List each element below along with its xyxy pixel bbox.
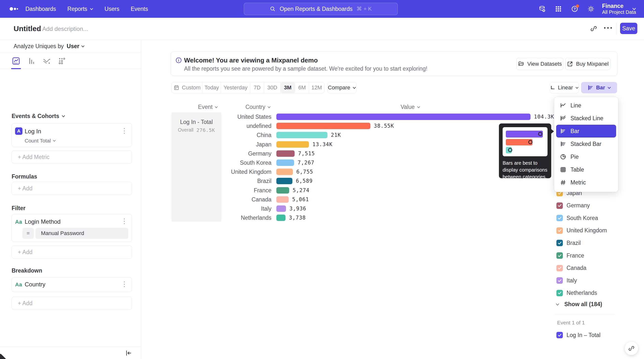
show-all-toggle[interactable]: Show all (184) xyxy=(556,301,602,308)
analyze-entity-dropdown[interactable]: User xyxy=(66,43,85,50)
filter-operator[interactable]: = xyxy=(22,228,34,239)
country-label: United States xyxy=(173,113,272,120)
bar-united-states[interactable] xyxy=(276,114,530,120)
global-search-input[interactable]: Open Reports & Dashboards ⌘ + K xyxy=(244,3,398,15)
filter-card[interactable]: Aa Login Method ⋮ = Manual Password xyxy=(12,214,132,242)
breakdown-property-name[interactable]: Country xyxy=(25,281,46,288)
bar-china[interactable] xyxy=(276,132,328,138)
bar-canada[interactable] xyxy=(276,196,289,203)
more-options-button[interactable] xyxy=(604,27,612,29)
legend-item-brazil[interactable]: Brazil xyxy=(556,238,630,247)
checkbox-checked[interactable] xyxy=(556,215,563,221)
menu-item-line[interactable]: Line xyxy=(556,99,616,112)
checkbox-checked[interactable] xyxy=(556,202,563,209)
menu-item-bar[interactable]: Bar xyxy=(556,125,616,138)
checkbox-checked[interactable] xyxy=(556,265,563,271)
legend-item-netherlands[interactable]: Netherlands xyxy=(556,289,630,297)
date-range-7d[interactable]: 7D xyxy=(250,82,264,93)
external-link-icon xyxy=(567,61,573,67)
project-switcher[interactable]: Finance All Project Data xyxy=(602,3,636,15)
bar-south-korea[interactable] xyxy=(276,160,294,166)
legend-event-item[interactable]: Log In – Total xyxy=(556,331,630,339)
bar-undefined[interactable] xyxy=(276,123,370,129)
report-description-placeholder[interactable]: + Add description... xyxy=(38,26,88,32)
date-range-custom[interactable]: Custom xyxy=(172,82,202,93)
legend-label: South Korea xyxy=(566,215,598,221)
bar-france[interactable] xyxy=(276,187,289,194)
nav-item-reports[interactable]: Reports xyxy=(67,6,93,12)
checkbox-checked[interactable] xyxy=(556,240,563,246)
help-icon[interactable]: ? xyxy=(571,6,578,12)
date-range-6m[interactable]: 6M xyxy=(295,82,309,93)
date-range-3m[interactable]: 3M xyxy=(280,82,295,93)
chart-type-dropdown[interactable]: Bar xyxy=(581,82,617,93)
scale-dropdown[interactable]: Linear xyxy=(550,82,579,93)
legend-item-italy[interactable]: Italy xyxy=(556,276,630,285)
menu-item-pie[interactable]: Pie xyxy=(556,150,616,163)
add-breakdown-button[interactable]: + Add xyxy=(12,296,132,310)
copy-link-button[interactable] xyxy=(590,25,597,32)
legend-item-germany[interactable]: Germany xyxy=(556,201,630,210)
checkbox-checked[interactable] xyxy=(556,290,563,296)
menu-item-stacked-bar[interactable]: Stacked Bar xyxy=(556,138,616,150)
tab-retention[interactable] xyxy=(58,57,66,65)
checkbox-checked[interactable] xyxy=(556,227,563,234)
column-header-event[interactable]: Event xyxy=(183,104,233,110)
report-title[interactable]: Untitled xyxy=(14,25,41,33)
legend-item-france[interactable]: France xyxy=(556,251,630,260)
legend-item-south-korea[interactable]: South Korea xyxy=(556,214,630,222)
apps-grid-icon[interactable] xyxy=(555,6,562,12)
buy-mixpanel-button[interactable]: Buy Mixpanel xyxy=(565,58,610,70)
filter-property-name[interactable]: Login Method xyxy=(25,218,60,225)
checkbox-checked[interactable] xyxy=(556,332,563,338)
date-range-yesterday[interactable]: Yesterday xyxy=(221,82,250,93)
add-formula-button[interactable]: + Add xyxy=(12,182,132,195)
bar-brazil[interactable] xyxy=(276,178,292,184)
tab-insights[interactable] xyxy=(12,57,20,65)
menu-item-stacked-line[interactable]: Stacked Line xyxy=(556,112,616,125)
breakdown-card[interactable]: Aa Country ⋮ xyxy=(12,277,132,292)
checkbox-checked[interactable] xyxy=(556,252,563,259)
collapse-sidebar-button[interactable] xyxy=(125,349,132,356)
share-link-button[interactable] xyxy=(625,342,638,355)
filter-value[interactable]: Manual Password xyxy=(36,228,128,239)
view-datasets-button[interactable]: View Datasets xyxy=(516,58,563,70)
tab-flows[interactable] xyxy=(42,57,51,65)
compare-button[interactable]: Compare xyxy=(328,82,356,93)
date-range-today[interactable]: Today xyxy=(202,82,221,93)
mixpanel-logo-icon[interactable] xyxy=(9,6,20,12)
bar-japan[interactable] xyxy=(276,141,309,148)
kebab-menu-icon[interactable]: ⋮ xyxy=(121,127,128,134)
add-metric-button[interactable]: + Add Metric xyxy=(12,150,132,164)
nav-item-users[interactable]: Users xyxy=(104,6,120,12)
menu-item-metric[interactable]: Metric xyxy=(556,176,616,189)
kebab-menu-icon[interactable]: ⋮ xyxy=(121,281,128,288)
legend-item-canada[interactable]: Canada xyxy=(556,264,630,273)
metric-card[interactable]: A Log In ⋮ Count Total xyxy=(12,123,132,147)
kebab-menu-icon[interactable]: ⋮ xyxy=(121,218,128,225)
nav-item-events[interactable]: Events xyxy=(131,6,148,12)
aggregation-dropdown[interactable]: Count Total xyxy=(25,138,56,144)
legend-item-united-kingdom[interactable]: United Kingdom xyxy=(556,226,630,235)
column-header-country[interactable]: Country xyxy=(234,104,283,110)
date-range-12m[interactable]: 12M xyxy=(309,82,324,93)
bar-united-kingdom[interactable] xyxy=(276,169,293,175)
menu-item-table[interactable]: Table xyxy=(556,163,616,176)
tab-funnels[interactable] xyxy=(27,57,36,65)
svg-text:?: ? xyxy=(574,7,576,11)
checkbox-checked[interactable] xyxy=(556,277,563,284)
bar-germany[interactable] xyxy=(276,150,294,157)
date-range-30d[interactable]: 30D xyxy=(264,82,280,93)
column-header-value[interactable]: Value xyxy=(386,104,435,110)
settings-gear-icon[interactable] xyxy=(588,6,594,12)
event-name[interactable]: Log In xyxy=(25,128,41,135)
bar-italy[interactable] xyxy=(276,205,286,212)
add-filter-button[interactable]: + Add xyxy=(12,245,132,259)
nav-item-dashboards[interactable]: Dashboards xyxy=(26,6,56,12)
save-button[interactable]: Save xyxy=(620,23,637,34)
data-management-icon[interactable] xyxy=(539,6,546,13)
bar-netherlands[interactable] xyxy=(276,215,286,221)
query-builder-sidebar: Analyze Uniques by User Events & Cohorts xyxy=(0,40,141,359)
events-cohorts-heading[interactable]: Events & Cohorts xyxy=(12,113,65,120)
country-label: Netherlands xyxy=(173,214,272,221)
